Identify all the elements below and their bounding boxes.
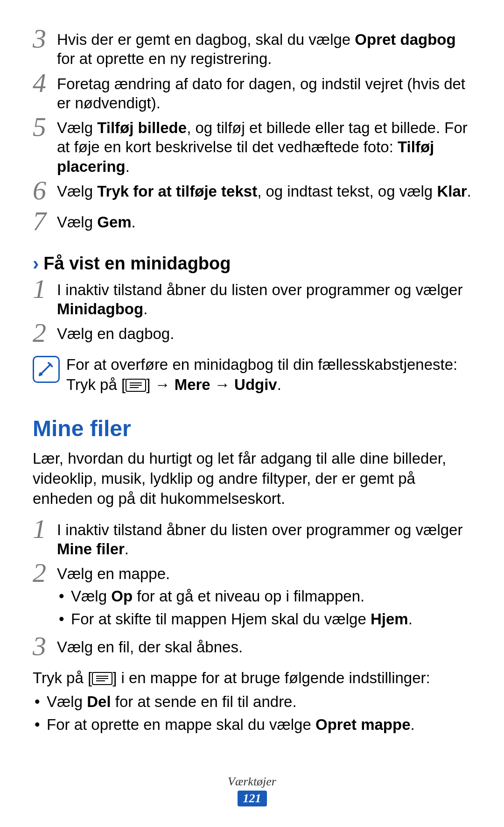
step-number: 7: [33, 208, 57, 235]
list-item: Vælg Del for at sende en fil til andre.: [33, 692, 471, 713]
heading-mine-filer: Mine filer: [33, 416, 471, 441]
step-text: Vælg Gem.: [57, 211, 136, 232]
list-item: Vælg Op for at gå et niveau op i filmapp…: [57, 586, 413, 607]
step-text: I inaktiv tilstand åbner du listen over …: [57, 518, 471, 559]
steps-list-c: 1 I inaktiv tilstand åbner du listen ove…: [33, 518, 471, 663]
menu-key-icon: [92, 672, 112, 685]
page-footer: Værktøjer 121: [0, 775, 504, 806]
steps-list-b: 1 I inaktiv tilstand åbner du listen ove…: [33, 278, 471, 350]
step-number: 4: [33, 70, 57, 97]
step-4: 4 Foretag ændring af dato for dagen, og …: [33, 72, 471, 113]
step-text: I inaktiv tilstand åbner du listen over …: [57, 278, 471, 319]
page-number: 121: [238, 791, 267, 806]
note-icon: [33, 356, 60, 383]
menu-key-icon: [126, 379, 146, 392]
step-text: Vælg en fil, der skal åbnes.: [57, 636, 243, 657]
intro-paragraph: Lær, hvordan du hurtigt og let får adgan…: [33, 449, 471, 509]
step-7: 7 Vælg Gem.: [33, 211, 471, 238]
settings-bullets: Vælg Del for at sende en fil til andre. …: [33, 692, 471, 735]
step-text: Foretag ændring af dato for dagen, og in…: [57, 72, 471, 113]
note-text: For at overføre en minidagbog til din fæ…: [66, 355, 471, 395]
list-item: For at oprette en mappe skal du vælge Op…: [33, 714, 471, 735]
step-number: 1: [33, 276, 57, 303]
nested-bullets: Vælg Op for at gå et niveau op i filmapp…: [57, 586, 413, 629]
step-number: 3: [33, 633, 57, 660]
settings-intro: Tryk på [] i en mappe for at bruge følge…: [33, 668, 471, 688]
step-c2: 2 Vælg en mappe. Vælg Op for at gå et ni…: [33, 562, 471, 631]
step-6: 6 Vælg Tryk for at tilføje tekst, og ind…: [33, 180, 471, 207]
subheading-view-minidiary: › Få vist en minidagbog: [33, 254, 471, 274]
step-number: 6: [33, 177, 57, 204]
step-text: Vælg en dagbog.: [57, 322, 174, 343]
step-text: Vælg en mappe. Vælg Op for at gå et nive…: [57, 562, 413, 631]
step-5: 5 Vælg Tilføj billede, og tilføj et bill…: [33, 116, 471, 176]
step-text: Vælg Tryk for at tilføje tekst, og indta…: [57, 180, 471, 201]
steps-list-a: 3 Hvis der er gemt en dagbog, skal du væ…: [33, 28, 471, 238]
step-number: 1: [33, 516, 57, 543]
list-item: For at skifte til mappen Hjem skal du væ…: [57, 609, 413, 630]
step-number: 5: [33, 113, 57, 141]
step-number: 2: [33, 559, 57, 587]
step-c3: 3 Vælg en fil, der skal åbnes.: [33, 636, 471, 663]
subheading-text: Få vist en minidagbog: [43, 254, 231, 274]
note-box: For at overføre en minidagbog til din fæ…: [33, 355, 471, 395]
step-number: 3: [33, 25, 57, 52]
step-b1: 1 I inaktiv tilstand åbner du listen ove…: [33, 278, 471, 319]
step-b2: 2 Vælg en dagbog.: [33, 322, 471, 349]
step-text: Hvis der er gemt en dagbog, skal du vælg…: [57, 28, 471, 69]
step-3: 3 Hvis der er gemt en dagbog, skal du væ…: [33, 28, 471, 69]
step-number: 2: [33, 319, 57, 346]
step-text: Vælg Tilføj billede, og tilføj et billed…: [57, 116, 471, 176]
footer-section-label: Værktøjer: [0, 775, 504, 789]
chevron-right-icon: ›: [33, 254, 39, 273]
step-c1: 1 I inaktiv tilstand åbner du listen ove…: [33, 518, 471, 559]
